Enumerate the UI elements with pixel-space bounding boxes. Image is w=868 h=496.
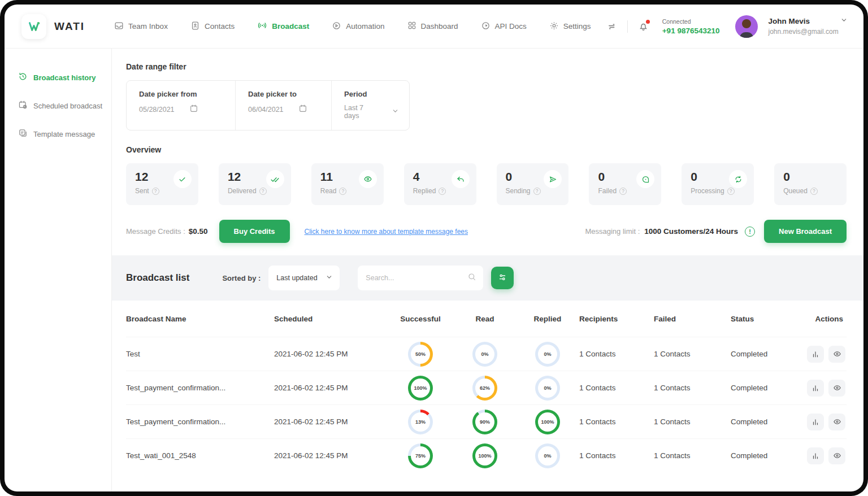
settings-icon — [549, 21, 559, 32]
sidebar-item-broadcast-history[interactable]: Broadcast history — [5, 68, 111, 87]
successful-ring: 13% — [408, 410, 433, 434]
nav-api-docs[interactable]: API Docs — [481, 21, 527, 32]
user-avatar[interactable] — [735, 15, 758, 38]
primary-nav: Team Inbox Contacts Broadcast Automation… — [114, 20, 607, 32]
info-icon[interactable]: ? — [259, 188, 267, 195]
replied-ring: 100% — [535, 410, 560, 434]
table-row: Test_wati_001_2548 2021-06-02 12:45 PM 7… — [126, 438, 847, 472]
info-icon[interactable]: ? — [727, 188, 735, 195]
wati-logo-icon — [21, 14, 46, 39]
successful-ring: 50% — [408, 342, 433, 367]
sidebar-item-template-message[interactable]: Template message — [5, 124, 111, 143]
scheduled-time: 2021-06-02 12:45 PM — [274, 384, 387, 392]
send-icon — [544, 170, 562, 188]
analytics-button[interactable] — [807, 346, 824, 363]
replied-ring: 0% — [535, 376, 560, 401]
broadcast-table: Broadcast Name Scheduled Successful Read… — [112, 301, 863, 472]
user-menu[interactable]: John Mevis john.mevis@gmail.com — [768, 16, 848, 36]
filter-button[interactable] — [491, 267, 514, 289]
broadcast-name: Test_wati_001_2548 — [126, 451, 274, 460]
date-picker-from-label: Date picker from — [139, 90, 225, 98]
broadcast-list-title: Broadcast list — [126, 272, 189, 284]
period-dropdown[interactable]: Last 7 days — [344, 104, 399, 120]
failed-count: 1 Contacts — [654, 417, 731, 426]
connection-status: Connected +91 9876543210 — [662, 18, 720, 35]
topnav-right-cluster: Connected +91 9876543210 John Mevis john… — [607, 15, 848, 38]
col-failed: Failed — [654, 315, 731, 323]
sort-dropdown[interactable]: Last updated — [268, 266, 340, 290]
nav-label: Broadcast — [272, 22, 309, 31]
date-picker-from-value: 05/28/2021 — [139, 106, 175, 114]
overview-card-replied: 4 Replied? — [404, 163, 476, 205]
view-button[interactable] — [828, 414, 845, 430]
view-button[interactable] — [828, 447, 845, 464]
view-button[interactable] — [828, 346, 845, 363]
info-icon[interactable]: ? — [533, 188, 541, 195]
analytics-button[interactable] — [807, 380, 824, 397]
exclamation-icon[interactable]: ! — [745, 227, 755, 237]
search-input[interactable] — [366, 274, 467, 282]
nav-contacts[interactable]: Contacts — [190, 21, 235, 32]
calendar-icon[interactable] — [189, 104, 198, 115]
date-picker-to: Date picker to 06/04/2021 — [235, 81, 331, 130]
status-text: Completed — [731, 384, 800, 392]
nav-label: Contacts — [205, 22, 235, 31]
read-ring: 0% — [472, 342, 497, 367]
table-row: Test 2021-06-02 12:45 PM 50% 0% 0% 1 Con… — [126, 337, 847, 371]
chevron-down-icon[interactable] — [840, 16, 848, 27]
check-icon — [173, 170, 192, 188]
calendar-icon[interactable] — [298, 104, 307, 115]
scheduled-time: 2021-06-02 12:45 PM — [274, 451, 387, 460]
view-button[interactable] — [828, 380, 845, 397]
failed-count: 1 Contacts — [654, 384, 731, 392]
scheduled-time: 2021-06-02 12:45 PM — [274, 417, 387, 426]
status-text: Completed — [731, 417, 800, 426]
chevron-down-icon — [326, 273, 333, 282]
app-window: WATI Team Inbox Contacts Broadcast Autom… — [5, 5, 863, 491]
nav-automation[interactable]: Automation — [332, 21, 384, 32]
queued-count: 0 — [783, 170, 839, 184]
analytics-button[interactable] — [807, 414, 824, 430]
col-replied: Replied — [516, 315, 579, 323]
info-icon[interactable]: ? — [339, 188, 346, 195]
info-icon[interactable]: ? — [152, 188, 159, 195]
failed-count: 1 Contacts — [654, 350, 731, 358]
analytics-button[interactable] — [807, 447, 824, 464]
read-label: Read — [320, 187, 337, 195]
connected-phone: +91 9876543210 — [662, 27, 720, 35]
recipients-count: 1 Contacts — [579, 417, 654, 426]
buy-credits-button[interactable]: Buy Credits — [219, 220, 290, 243]
search-icon[interactable] — [467, 272, 476, 284]
api-docs-icon — [481, 21, 491, 32]
refresh-icon — [729, 170, 747, 188]
broadcast-name: Test_payment_confirmation... — [126, 417, 274, 426]
dashboard-icon — [407, 21, 416, 32]
overview-card-sent: 12 Sent? — [126, 163, 198, 205]
overview-card-read: 11 Read? — [311, 163, 384, 205]
failed-bubble-icon — [636, 170, 654, 188]
info-icon[interactable]: ? — [619, 188, 627, 195]
new-broadcast-button[interactable]: New Broadcast — [764, 220, 847, 243]
layout-toggle-icon[interactable] — [607, 21, 617, 32]
template-fees-link[interactable]: Click here to know more about template m… — [305, 228, 468, 236]
period-value: Last 7 days — [344, 104, 377, 120]
failed-count: 1 Contacts — [654, 451, 731, 460]
read-ring: 100% — [472, 443, 497, 468]
info-icon[interactable]: ? — [439, 188, 446, 195]
period-select: Period Last 7 days — [331, 81, 409, 130]
notification-bell-icon[interactable] — [638, 21, 649, 32]
date-picker-from-field[interactable]: 05/28/2021 — [139, 104, 225, 115]
brand-logo[interactable]: WATI — [21, 14, 85, 39]
nav-broadcast[interactable]: Broadcast — [257, 20, 309, 32]
nav-settings[interactable]: Settings — [549, 21, 591, 32]
sidebar-item-scheduled-broadcast[interactable]: Scheduled broadcast — [5, 96, 111, 115]
date-picker-to-field[interactable]: 06/04/2021 — [248, 104, 321, 115]
nav-team-inbox[interactable]: Team Inbox — [114, 21, 168, 32]
info-icon[interactable]: ? — [810, 188, 818, 195]
nav-dashboard[interactable]: Dashboard — [407, 21, 458, 32]
connected-label: Connected — [662, 18, 720, 25]
broadcast-name: Test_payment_confirmation... — [126, 384, 274, 392]
user-email: john.mevis@gmail.com — [768, 27, 848, 36]
inbox-icon — [114, 21, 124, 32]
nav-label: Automation — [346, 22, 384, 31]
